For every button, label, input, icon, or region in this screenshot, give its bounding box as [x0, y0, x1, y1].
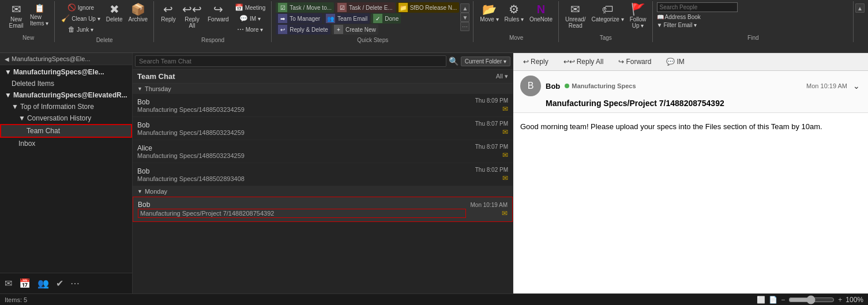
unread-read-icon: ✉ — [570, 3, 580, 15]
reading-forward-label: Forward — [626, 58, 651, 66]
rules-button[interactable]: ⚙ Rules ▾ — [502, 2, 526, 24]
ribbon-group-move: 📂 Move ▾ ⚙ Rules ▾ N OneNote Move — [474, 1, 559, 42]
more-respond-button[interactable]: ⋯ More ▾ — [232, 24, 268, 35]
top-info-collapse-icon: ▼ — [12, 103, 18, 111]
forward-button[interactable]: ↪ Forward — [205, 2, 231, 24]
view-reading-icon[interactable]: 📄 — [769, 296, 777, 304]
view-normal-icon[interactable]: ⬜ — [757, 296, 765, 304]
list-item[interactable]: Bob Manufacturing Specs/1488503234259 Th… — [133, 117, 513, 140]
zoom-slider[interactable] — [788, 295, 835, 304]
sidebar-item-team-chat[interactable]: Team Chat — [0, 124, 132, 138]
filter-email-button[interactable]: ▼ Filter Email ▾ — [657, 22, 697, 28]
qs-create-new-button[interactable]: + Create New — [332, 24, 378, 35]
qs-task-move-button[interactable]: ☑ Task / Move to... — [276, 2, 334, 13]
sidebar: ◀ ManufacturingSpecs@Ele... ▼ Manufactur… — [0, 53, 133, 293]
reading-reply-all-icon: ↩↩ — [563, 58, 575, 66]
reading-body-text: Good morning team! Please upload your sp… — [520, 122, 861, 131]
zoom-out-icon[interactable]: − — [781, 296, 785, 304]
onenote-button[interactable]: N OneNote — [527, 2, 555, 24]
list-item[interactable]: Bob Manufacturing Specs/1488503234259 Th… — [133, 94, 513, 117]
nav-calendar-icon[interactable]: 📅 — [19, 278, 31, 289]
sidebar-item-deleted-items[interactable]: Deleted Items — [0, 78, 132, 89]
qs-to-manager-button[interactable]: ➡ To Manager — [276, 13, 322, 24]
categorize-button[interactable]: 🏷 Categorize ▾ — [589, 2, 626, 24]
follow-up-label: Follow Up ▾ — [630, 16, 647, 29]
sidebar-item-account1[interactable]: ▼ ManufacturingSpecs@Ele... — [0, 66, 132, 78]
msg5-sender: Bob — [138, 201, 466, 209]
msg3-time-label: Thu 8:07 PM — [475, 144, 508, 150]
ribbon-collapse-area: ▲ — [854, 1, 866, 42]
qs-done-button[interactable]: ✓ Done — [371, 13, 401, 24]
qs-team-email-icon: 👥 — [326, 14, 335, 23]
zoom-in-icon[interactable]: + — [838, 296, 842, 304]
reading-reply-all-button[interactable]: ↩↩ Reply All — [558, 55, 609, 68]
junk-button[interactable]: 🗑 Junk ▾ — [59, 24, 102, 35]
reply-button[interactable]: ↩ Reply — [158, 2, 179, 24]
sidebar-item-account2[interactable]: ▼ ManufacturingSpecs@ElevatedR... — [0, 89, 132, 101]
ribbon-collapse-button[interactable]: ▲ — [855, 3, 865, 13]
reply-all-button[interactable]: ↩↩ Reply All — [180, 2, 204, 30]
list-item[interactable]: Alice Manufacturing Specs/1488503234259 … — [133, 140, 513, 163]
follow-up-button[interactable]: 🚩 Follow Up ▾ — [627, 2, 649, 30]
meeting-label: Meeting — [245, 5, 266, 11]
message-list-filter[interactable]: All ▾ — [496, 73, 508, 80]
monday-label: Monday — [145, 188, 167, 195]
ribbon-group-quicksteps-label: Quick Steps — [357, 36, 388, 43]
reply-label: Reply — [161, 16, 176, 22]
search-people-input[interactable] — [657, 2, 738, 12]
quicksteps-expand[interactable]: ⋯ — [460, 22, 469, 31]
sender-avatar: B — [520, 76, 541, 96]
msg5-time-label: Mon 10:19 AM — [471, 202, 508, 208]
reading-forward-button[interactable]: ↪ Forward — [613, 55, 656, 68]
sidebar-item-inbox[interactable]: Inbox — [0, 138, 132, 149]
address-book-button[interactable]: 📖 Address Book — [657, 14, 701, 20]
current-folder-button[interactable]: Current Folder ▾ — [461, 57, 510, 66]
forward-label: Forward — [208, 16, 229, 22]
reading-header-top: B Bob Manufacturing Specs Mon 10:19 AM ⌄ — [520, 76, 861, 96]
qs-sfbo-icon: 📁 — [399, 3, 408, 12]
more-respond-icon: ⋯ — [237, 25, 244, 33]
move-button[interactable]: 📂 Move ▾ — [478, 2, 501, 24]
message-search-input[interactable] — [135, 55, 446, 67]
ribbon-toolbar: ✉ New Email 📋 NewItems ▾ New 🚫 Ignore — [0, 0, 868, 43]
nav-more-icon[interactable]: ⋯ — [70, 278, 80, 289]
qs-sfbo-button[interactable]: 📁 SfBO Release N... — [396, 2, 460, 13]
new-email-button[interactable]: ✉ New Email — [6, 2, 27, 30]
follow-up-icon: 🚩 — [631, 3, 645, 15]
reading-reply-button[interactable]: ↩ Reply — [518, 55, 554, 68]
junk-icon: 🗑 — [68, 25, 75, 33]
sidebar-header: ◀ ManufacturingSpecs@Ele... — [0, 53, 132, 65]
unread-read-label: Unread/ Read — [565, 16, 586, 29]
qs-task-delete-label: Task / Delete E... — [349, 5, 393, 11]
sidebar-item-conversation-history[interactable]: ▼ Conversation History — [0, 112, 132, 124]
delete-button[interactable]: ✖ Delete — [104, 2, 125, 24]
msg3-sender: Alice — [137, 144, 471, 152]
address-book-icon: 📖 — [657, 14, 664, 20]
qs-team-email-button[interactable]: 👥 Team Email — [324, 13, 370, 24]
msg3-time: Thu 8:07 PM ✉ — [475, 144, 508, 159]
archive-button[interactable]: 📦 Archive — [126, 2, 150, 24]
ignore-button[interactable]: 🚫 Ignore — [59, 2, 102, 13]
search-clear-icon[interactable]: 🔍 — [449, 57, 459, 66]
meeting-button[interactable]: 📅 Meeting — [232, 2, 268, 13]
nav-tasks-icon[interactable]: ✔ — [56, 278, 63, 289]
msg5-email-icon: ✉ — [502, 209, 508, 217]
list-item[interactable]: Bob Manufacturing Specs/Project 7/148820… — [133, 197, 513, 222]
clean-up-button[interactable]: 🧹 Clean Up ▾ — [59, 13, 102, 24]
list-item[interactable]: Bob Manufacturing Specs/1488502893408 Th… — [133, 163, 513, 186]
reading-im-button[interactable]: 💬 IM — [661, 55, 689, 68]
message-list-title: Team Chat — [137, 72, 496, 81]
new-items-button[interactable]: 📋 NewItems ▾ — [28, 2, 51, 28]
reading-expand-button[interactable]: ⌄ — [852, 80, 861, 92]
quicksteps-scroll-down[interactable]: ▼ — [460, 13, 469, 22]
nav-people-icon[interactable]: 👥 — [37, 278, 49, 289]
nav-mail-icon[interactable]: ✉ — [5, 278, 12, 289]
im-button[interactable]: 💬 IM ▾ — [232, 13, 268, 24]
quicksteps-scroll-up[interactable]: ▲ — [460, 3, 469, 13]
qs-create-new-icon: + — [334, 25, 343, 34]
unread-read-button[interactable]: ✉ Unread/ Read — [563, 2, 588, 30]
qs-reply-delete-button[interactable]: ↩ Reply & Delete — [276, 24, 330, 35]
sidebar-item-top-info-store[interactable]: ▼ Top of Information Store — [0, 101, 132, 112]
qs-task-delete-button[interactable]: ☑ Task / Delete E... — [335, 2, 395, 13]
qs-to-manager-label: To Manager — [290, 16, 320, 22]
